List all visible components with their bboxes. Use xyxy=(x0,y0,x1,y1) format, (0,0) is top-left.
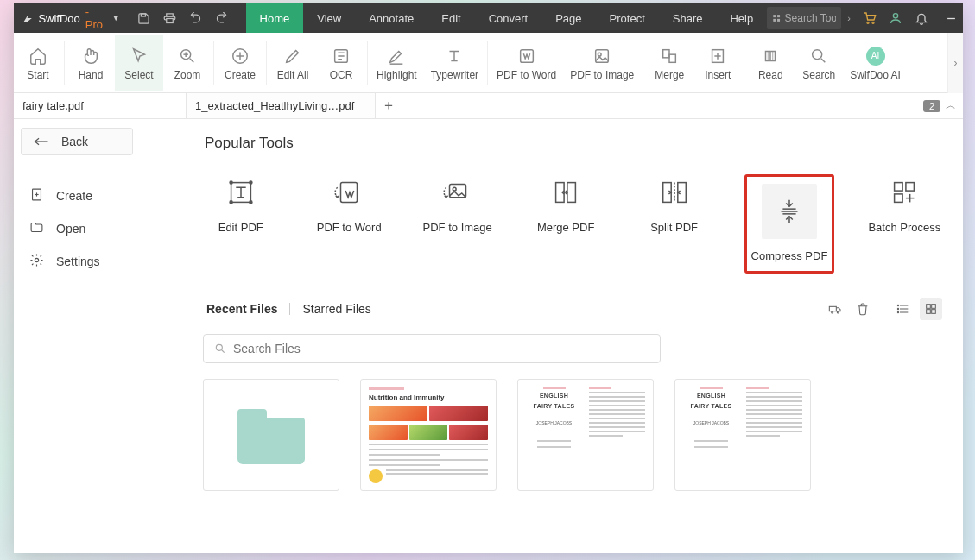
merge-icon xyxy=(660,47,679,66)
maximize-button[interactable] xyxy=(967,3,975,33)
ribbon-start[interactable]: Start xyxy=(14,35,62,91)
recent-folder[interactable] xyxy=(203,379,339,491)
search-files-input[interactable] xyxy=(203,334,661,363)
ribbon-typewriter[interactable]: Typewriter xyxy=(424,35,485,91)
ribbon-read[interactable]: Read xyxy=(746,35,795,91)
arrow-left-icon xyxy=(34,136,49,147)
svg-point-8 xyxy=(872,22,874,23)
save-icon[interactable] xyxy=(132,6,156,30)
menu-home[interactable]: Home xyxy=(246,3,304,33)
new-tab-button[interactable]: ＋ xyxy=(376,93,402,118)
sidebar-item-create[interactable]: Create xyxy=(21,179,175,212)
search-tools-placeholder: Search Tools xyxy=(785,12,837,24)
recent-file-fairytales-2[interactable]: ENGLISH FAIRY TALES JOSEPH JACOBS xyxy=(674,379,811,491)
ribbon-pdf-to-word[interactable]: PDF to Word xyxy=(490,35,563,91)
ribbon-pdf-to-image[interactable]: PDF to Image xyxy=(563,35,641,91)
ribbon-hand[interactable]: Hand xyxy=(66,35,115,91)
tool-split-pdf[interactable]: Split PDF xyxy=(636,174,712,274)
zoom-icon xyxy=(178,47,197,66)
search-tools-box[interactable]: Search Tools xyxy=(767,7,841,29)
insert-icon xyxy=(708,47,727,66)
search-files-field[interactable] xyxy=(233,342,649,356)
folder-icon xyxy=(29,220,44,237)
recent-file-fairytales-1[interactable]: ENGLISH FAIRY TALES JOSEPH JACOBS xyxy=(517,379,654,491)
truck-icon[interactable] xyxy=(824,298,846,320)
svg-line-15 xyxy=(190,58,194,62)
svg-point-39 xyxy=(230,181,232,184)
svg-rect-2 xyxy=(167,18,174,22)
ribbon-insert[interactable]: Insert xyxy=(693,35,742,91)
ribbon-search[interactable]: Search xyxy=(795,35,843,91)
menu-annotate[interactable]: Annotate xyxy=(355,3,427,33)
print-icon[interactable] xyxy=(158,6,182,30)
minimize-button[interactable] xyxy=(934,3,967,33)
grid-view-icon[interactable] xyxy=(920,298,942,320)
pdf-to-image-icon xyxy=(440,174,476,211)
tool-pdf-to-word[interactable]: PDF to Word xyxy=(311,174,386,274)
tab-starred-files[interactable]: Starred Files xyxy=(299,302,374,316)
menu-help[interactable]: Help xyxy=(716,3,767,33)
back-button[interactable]: Back xyxy=(21,128,133,155)
collapse-ribbon-icon[interactable]: ︿ xyxy=(946,98,956,113)
tab-recent-files[interactable]: Recent Files xyxy=(203,302,281,316)
trash-icon[interactable] xyxy=(852,298,874,320)
menu-page[interactable]: Page xyxy=(541,3,595,33)
title-bar: SwifDoo-Pro ▼ Home View Annotate Edit Co… xyxy=(14,3,963,33)
cart-icon[interactable] xyxy=(857,3,883,33)
thumb-title: Nutrition and Immunity xyxy=(369,393,488,402)
svg-point-40 xyxy=(250,181,252,184)
sidebar-item-open[interactable]: Open xyxy=(21,212,175,245)
ribbon-zoom[interactable]: Zoom xyxy=(163,35,212,91)
ribbon-swifdoo-ai[interactable]: AISwifDoo AI xyxy=(843,35,908,91)
pdf-to-word-icon xyxy=(331,174,367,211)
doc-tab-2[interactable]: 1_extracted_HeatlhyLiving…pdf xyxy=(187,93,376,118)
recent-files-grid: Nutrition and Immunity ENGLISH FAIRY TAL… xyxy=(203,379,942,491)
brand-dropdown-icon[interactable]: ▼ xyxy=(112,14,120,22)
app-brand[interactable]: SwifDoo-Pro ▼ xyxy=(14,5,127,31)
svg-rect-6 xyxy=(777,19,780,22)
menu-edit[interactable]: Edit xyxy=(427,3,474,33)
app-window: SwifDoo-Pro ▼ Home View Annotate Edit Co… xyxy=(14,3,963,553)
menu-share[interactable]: Share xyxy=(659,3,717,33)
ribbon-merge[interactable]: Merge xyxy=(645,35,693,91)
svg-point-41 xyxy=(230,201,232,204)
svg-rect-57 xyxy=(895,183,903,192)
tool-merge-pdf[interactable]: Merge PDF xyxy=(528,174,603,274)
tool-edit-pdf[interactable]: Edit PDF xyxy=(203,174,278,274)
bell-icon[interactable] xyxy=(909,3,934,33)
svg-point-69 xyxy=(897,308,898,309)
tool-batch-process[interactable]: Batch Process xyxy=(867,174,942,274)
user-icon[interactable] xyxy=(883,3,909,33)
menu-view[interactable]: View xyxy=(303,3,355,33)
undo-icon[interactable] xyxy=(184,6,208,30)
home-icon xyxy=(28,47,47,66)
tool-compress-pdf[interactable]: Compress PDF xyxy=(744,174,833,274)
ribbon-create[interactable]: Create xyxy=(216,35,264,91)
ribbon-highlight[interactable]: Highlight xyxy=(370,35,424,91)
svg-rect-0 xyxy=(141,13,145,16)
tool-pdf-to-image[interactable]: PDF to Image xyxy=(420,174,495,274)
search-icon xyxy=(214,343,226,355)
ribbon-edit-all[interactable]: Edit All xyxy=(269,35,317,91)
image-icon xyxy=(592,47,611,66)
doc-tab-1[interactable]: fairy tale.pdf xyxy=(14,93,187,118)
popular-tools-row: Edit PDF PDF to Word PDF to Image Merge … xyxy=(203,174,942,274)
redo-icon[interactable] xyxy=(210,6,234,30)
plus-circle-icon xyxy=(231,47,250,66)
svg-rect-49 xyxy=(662,183,671,203)
recent-file-nutrition[interactable]: Nutrition and Immunity xyxy=(360,379,497,491)
search-tools-overflow-icon[interactable]: › xyxy=(841,3,857,33)
ribbon-select[interactable]: Select xyxy=(115,35,163,91)
brand-suffix: -Pro xyxy=(85,5,104,31)
menu-convert[interactable]: Convert xyxy=(475,3,542,33)
svg-rect-50 xyxy=(677,183,686,203)
sidebar-item-settings[interactable]: Settings xyxy=(21,245,175,278)
svg-rect-3 xyxy=(773,15,776,17)
grid-icon xyxy=(772,13,781,23)
ribbon-ocr[interactable]: OCR xyxy=(317,35,365,91)
read-icon xyxy=(761,47,780,66)
svg-point-31 xyxy=(813,49,822,59)
menu-protect[interactable]: Protect xyxy=(596,3,659,33)
ribbon-overflow-icon[interactable]: › xyxy=(947,33,963,93)
list-view-icon[interactable] xyxy=(892,298,915,320)
